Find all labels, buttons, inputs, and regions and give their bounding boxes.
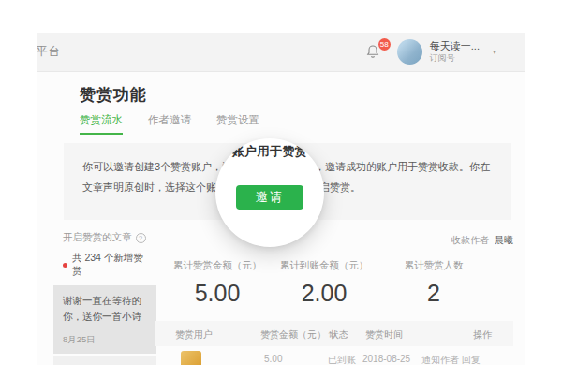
table-row[interactable]: 5.00 已到账 2018-08-25 通知作者 回复 <box>155 351 513 365</box>
stat-total-reward: 累计赞赏金额（元） 5.00 <box>156 259 278 307</box>
app-window: 微信公众平台 58 每天读一... 订阅号 ▾ 赞赏功能 赞赏流水 <box>37 33 525 365</box>
stat-value: 5.00 <box>156 280 278 307</box>
stat-total-received: 累计到账金额（元） 2.00 <box>263 259 385 307</box>
tab-bar: 赞赏流水 作者邀请 赞赏设置 <box>80 113 259 135</box>
chevron-down-icon[interactable]: ▾ <box>493 48 496 56</box>
cell-status: 已到账 <box>328 354 356 365</box>
article-title: 航空公司：刚才下单买了架飞机，你们怎么送货，包邮吗? <box>63 364 147 365</box>
cell-action[interactable]: 通知作者 回复 <box>422 354 481 365</box>
red-dot-icon <box>63 263 67 268</box>
sidebar-header-label: 开启赞赏的文章 <box>63 231 132 244</box>
page-title: 赞赏功能 <box>80 84 147 106</box>
topbar-right-group: 58 每天读一... 订阅号 ▾ <box>365 39 496 65</box>
cell-amount: 5.00 <box>264 354 282 364</box>
col-reward-amount-label: 赞赏金额（元） <box>260 329 326 340</box>
account-info[interactable]: 每天读一... 订阅号 <box>430 40 480 64</box>
stat-value: 2 <box>373 280 495 307</box>
notification-badge: 58 <box>378 38 391 51</box>
stat-value: 2.00 <box>263 280 385 307</box>
stat-label: 累计赞赏人数 <box>373 259 495 272</box>
top-bar: 微信公众平台 58 每天读一... 订阅号 ▾ <box>37 33 525 72</box>
stat-label: 累计到账金额（元） <box>263 259 385 272</box>
account-avatar[interactable] <box>397 39 422 65</box>
account-type: 订阅号 <box>430 53 480 64</box>
tab-reward-records[interactable]: 赞赏流水 <box>80 113 123 135</box>
article-title: 谢谢一直在等待的你，送你一首小诗 <box>63 293 147 326</box>
account-name: 每天读一... <box>430 40 480 53</box>
tab-reward-settings[interactable]: 赞赏设置 <box>216 113 259 135</box>
new-rewards-summary: 共 234 个新增赞赏 <box>53 246 156 285</box>
tab-author-invite[interactable]: 作者邀请 <box>148 113 191 135</box>
col-reward-user: 赞赏用户 <box>175 328 213 341</box>
col-reward-time: 赞赏时间 <box>365 328 403 341</box>
col-reward-amount: 赞赏金额（元）⇅ <box>260 328 335 341</box>
payee-label: 收款作者 <box>451 234 489 247</box>
payee-row: 收款作者 晨曦 <box>451 234 513 247</box>
stat-label: 累计赞赏金额（元） <box>156 259 278 272</box>
article-sidebar: 开启赞赏的文章 ? 共 234 个新增赞赏 谢谢一直在等待的你，送你一首小诗 8… <box>53 227 156 365</box>
sidebar-header: 开启赞赏的文章 ? <box>53 227 156 246</box>
magnifier-callout: 账户用于赞赏 邀请 <box>215 138 324 247</box>
payee-name[interactable]: 晨曦 <box>495 234 513 247</box>
table-header: 赞赏用户 赞赏金额（元）⇅ 状态 赞赏时间 操作 <box>155 321 513 346</box>
stat-total-people: 累计赞赏人数 2 <box>373 259 495 307</box>
notifications-button[interactable]: 58 <box>365 44 382 61</box>
col-status: 状态 <box>330 328 348 341</box>
article-item[interactable]: 航空公司：刚才下单买了架飞机，你们怎么送货，包邮吗? <box>53 356 156 365</box>
article-date: 8月25日 <box>63 334 147 346</box>
invite-button[interactable]: 邀请 <box>236 185 303 210</box>
platform-logo: 微信公众平台 <box>37 44 61 60</box>
article-item-selected[interactable]: 谢谢一直在等待的你，送你一首小诗 8月25日 <box>53 285 156 354</box>
help-icon[interactable]: ? <box>136 233 146 243</box>
col-actions: 操作 <box>473 328 492 341</box>
user-avatar <box>181 351 201 365</box>
cell-time: 2018-08-25 <box>362 354 410 364</box>
screenshot-stage: 微信公众平台 58 每天读一... 订阅号 ▾ 赞赏功能 赞赏流水 <box>0 0 562 392</box>
new-rewards-count: 共 234 个新增赞赏 <box>72 252 147 278</box>
